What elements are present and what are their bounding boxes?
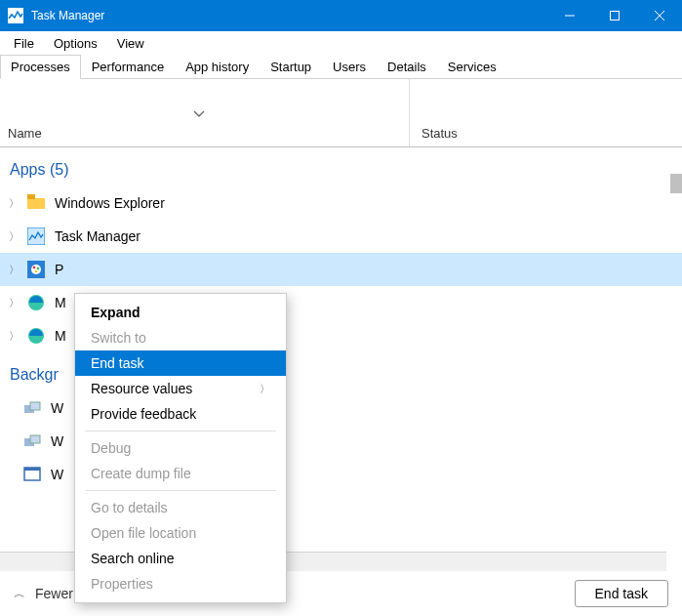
svg-rect-6 — [27, 194, 35, 199]
table-row[interactable]: 〉 Task Manager — [0, 220, 682, 253]
table-row-selected[interactable]: 〉 P — [0, 253, 682, 286]
svg-rect-16 — [30, 402, 40, 410]
column-headers: Name Status — [0, 79, 682, 147]
app-label: W — [51, 400, 63, 416]
window-icon — [23, 466, 41, 483]
window-title: Task Manager — [31, 9, 104, 22]
tab-processes[interactable]: Processes — [0, 55, 81, 79]
cm-expand[interactable]: Expand — [75, 300, 286, 325]
separator — [85, 431, 276, 431]
close-button[interactable] — [637, 0, 682, 31]
expand-icon[interactable]: 〉 — [4, 196, 23, 211]
cm-resource-values[interactable]: Resource values 〉 — [75, 376, 286, 401]
scrollbar-thumb[interactable] — [670, 174, 682, 193]
column-status-label: Status — [421, 126, 458, 141]
svg-point-9 — [31, 265, 41, 274]
app-label: W — [51, 467, 63, 482]
svg-rect-5 — [27, 198, 45, 209]
cm-search-online[interactable]: Search online — [75, 546, 286, 571]
separator — [85, 490, 276, 491]
chevron-down-icon — [193, 110, 205, 118]
taskmgr-icon — [27, 227, 45, 245]
menu-bar: File Options View — [0, 31, 682, 55]
cm-resource-values-label: Resource values — [91, 381, 192, 396]
tab-users[interactable]: Users — [322, 55, 377, 78]
cm-properties: Properties — [75, 571, 286, 596]
title-bar: Task Manager — [0, 0, 682, 31]
app-label: M — [55, 295, 66, 310]
svg-rect-2 — [611, 12, 620, 21]
folder-icon — [27, 194, 45, 212]
tab-startup[interactable]: Startup — [260, 55, 322, 78]
edge-icon — [27, 294, 45, 311]
edge-icon — [27, 327, 45, 345]
tab-bar: Processes Performance App history Startu… — [0, 55, 682, 79]
cm-debug: Debug — [75, 435, 286, 461]
tab-app-history[interactable]: App history — [175, 55, 260, 78]
svg-point-12 — [35, 270, 38, 273]
column-name-label: Name — [8, 126, 42, 141]
group-apps: Apps (5) — [0, 147, 682, 186]
expand-icon[interactable]: 〉 — [4, 296, 23, 310]
svg-point-11 — [37, 267, 40, 270]
cm-end-task[interactable]: End task — [75, 350, 286, 376]
tab-services[interactable]: Services — [437, 55, 507, 78]
app-label: M — [55, 328, 66, 344]
cm-provide-feedback[interactable]: Provide feedback — [75, 401, 286, 427]
column-status[interactable]: Status — [410, 126, 682, 146]
cm-switch-to: Switch to — [75, 325, 286, 350]
cm-create-dump: Create dump file — [75, 461, 286, 486]
tab-details[interactable]: Details — [377, 55, 437, 78]
svg-rect-18 — [30, 435, 40, 443]
menu-view[interactable]: View — [107, 34, 154, 53]
end-task-button[interactable]: End task — [575, 580, 668, 607]
app-icon — [8, 8, 23, 23]
paint-icon — [27, 261, 45, 278]
tab-performance[interactable]: Performance — [81, 55, 175, 78]
expand-icon[interactable]: 〉 — [4, 229, 23, 244]
app-label: W — [51, 433, 63, 449]
service-icon — [23, 399, 41, 417]
menu-file[interactable]: File — [4, 34, 44, 53]
expand-icon[interactable]: 〉 — [4, 263, 23, 277]
chevron-up-icon: ︿ — [14, 586, 25, 602]
context-menu: Expand Switch to End task Resource value… — [74, 293, 287, 603]
maximize-button[interactable] — [592, 0, 637, 31]
expand-icon[interactable]: 〉 — [4, 329, 23, 344]
cm-open-file-location: Open file location — [75, 520, 286, 546]
app-label: Windows Explorer — [55, 195, 165, 211]
column-name[interactable]: Name — [0, 79, 410, 146]
table-row[interactable]: 〉 Windows Explorer — [0, 186, 682, 220]
app-label: P — [55, 262, 63, 277]
minimize-button[interactable] — [547, 0, 592, 31]
svg-rect-20 — [24, 468, 40, 471]
service-icon — [23, 432, 41, 450]
svg-point-10 — [33, 267, 36, 269]
chevron-right-icon: 〉 — [260, 382, 270, 396]
menu-options[interactable]: Options — [44, 34, 107, 53]
app-label: Task Manager — [55, 228, 140, 244]
cm-go-to-details: Go to details — [75, 495, 286, 520]
